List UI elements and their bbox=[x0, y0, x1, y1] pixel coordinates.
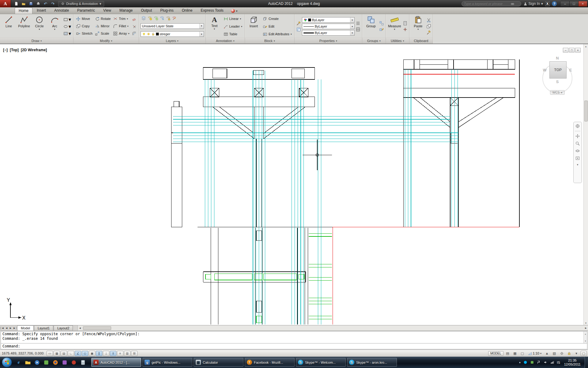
linear-dimension-button[interactable]: Linear▾ bbox=[223, 15, 243, 22]
redo-button[interactable]: ↷ bbox=[50, 1, 56, 7]
workspace-gear-icon[interactable] bbox=[559, 351, 565, 356]
insert-block-button[interactable]: Insert bbox=[247, 15, 261, 38]
layer-properties-icon[interactable] bbox=[141, 16, 146, 21]
tab-output[interactable]: Output bbox=[137, 7, 156, 14]
first-tab-button[interactable]: ◀ bbox=[1, 327, 5, 329]
last-tab-button[interactable]: ▶ bbox=[13, 327, 17, 329]
panel-label-groups[interactable]: Groups▾ bbox=[362, 38, 386, 44]
sun-icon[interactable] bbox=[147, 32, 150, 36]
layer-off-icon[interactable] bbox=[147, 16, 152, 21]
fillet-button[interactable]: Fillet▾ bbox=[112, 23, 130, 29]
linetype-dropdown[interactable]: ByLayer ▾ bbox=[302, 24, 355, 29]
command-scrollbar[interactable]: ▲ ▼ bbox=[583, 332, 587, 343]
quick-launch-icon[interactable] bbox=[42, 358, 50, 366]
scroll-up-icon[interactable]: ▲ bbox=[585, 44, 587, 48]
viewport-style-control[interactable]: [2D Wireframe] bbox=[21, 48, 47, 52]
drawing-quickview-icon[interactable]: ▦ bbox=[512, 351, 518, 356]
match-props-icon[interactable] bbox=[426, 30, 431, 35]
panel-label-modify[interactable]: Modify▾ bbox=[74, 38, 139, 44]
clean-screen-button[interactable]: ▢ bbox=[581, 351, 587, 356]
show-motion-icon[interactable] bbox=[575, 156, 580, 161]
autoscale-icon[interactable]: ▧ bbox=[551, 351, 557, 356]
workspace-switcher[interactable]: Drafting & Annotation ▾ bbox=[58, 1, 104, 7]
panel-label-layers[interactable]: Layers▾ bbox=[139, 38, 205, 44]
command-line-window[interactable]: Command: Specify opposite corner or [Fen… bbox=[0, 331, 588, 350]
transparency-toggle[interactable]: ▥ bbox=[124, 351, 130, 356]
plot-button[interactable] bbox=[35, 1, 41, 7]
copy-button[interactable]: Copy bbox=[75, 23, 93, 29]
quick-launch-icon[interactable] bbox=[70, 358, 78, 366]
show-desktop-button[interactable] bbox=[585, 357, 588, 368]
next-tab-button[interactable]: ▶ bbox=[9, 327, 13, 329]
close-button[interactable]: × bbox=[579, 1, 587, 7]
infer-constraints-toggle[interactable]: ▭ bbox=[47, 351, 53, 356]
layer-color-swatch[interactable] bbox=[156, 33, 159, 36]
scroll-left-icon[interactable]: ◀ bbox=[78, 327, 82, 329]
layer-isolate-icon[interactable] bbox=[153, 16, 158, 21]
dynamic-ucs-toggle[interactable]: ⊥ bbox=[103, 351, 109, 356]
layer-dropdown[interactable]: streger ▾ bbox=[141, 31, 204, 37]
undo-button[interactable]: ↶ bbox=[42, 1, 49, 7]
lightbulb-icon[interactable] bbox=[142, 32, 146, 36]
panel-label-annotation[interactable]: Annotation▾ bbox=[206, 38, 245, 44]
polyline-button[interactable]: Polyline bbox=[17, 15, 31, 38]
create-block-button[interactable]: Create bbox=[262, 15, 293, 22]
annotation-scale-button[interactable]: 1:10 ▾ bbox=[527, 351, 543, 355]
viewport-view-control[interactable]: [Top] bbox=[10, 48, 19, 52]
group-button[interactable]: Group bbox=[364, 15, 378, 38]
drawing-viewport[interactable]: Y X [−] [Top] [2D Wireframe] – □ × N W T… bbox=[0, 44, 588, 325]
tab-annotate[interactable]: Annotate bbox=[50, 7, 73, 14]
viewcube-east[interactable]: E bbox=[569, 68, 572, 72]
cad-drawing[interactable]: Y X bbox=[0, 44, 583, 325]
tab-home[interactable]: Home bbox=[15, 7, 32, 14]
cut-icon[interactable] bbox=[426, 18, 431, 23]
id-point-icon[interactable] bbox=[403, 27, 408, 32]
layer-freeze-icon[interactable] bbox=[160, 16, 164, 21]
erase-button[interactable] bbox=[131, 16, 137, 22]
arc-button[interactable]: Arc ▾ bbox=[47, 15, 62, 38]
exchange-apps-icon[interactable]: X bbox=[545, 2, 550, 6]
windows-explorer-icon[interactable] bbox=[24, 358, 32, 366]
minimize-button[interactable]: – bbox=[561, 1, 570, 7]
help-button[interactable]: ? bbox=[552, 1, 557, 6]
mirror-button[interactable]: Mirror bbox=[94, 23, 111, 29]
tab-insert[interactable]: Insert bbox=[33, 7, 50, 14]
ortho-mode-toggle[interactable]: ∟ bbox=[68, 351, 74, 356]
tab-model[interactable]: Model bbox=[17, 325, 34, 331]
rotate-button[interactable]: Rotate bbox=[94, 15, 111, 22]
action-center-icon[interactable] bbox=[537, 360, 541, 365]
network-icon[interactable] bbox=[550, 360, 555, 365]
plot-style-icon[interactable] bbox=[356, 27, 360, 32]
doc-close-button[interactable]: × bbox=[575, 48, 581, 52]
binoculars-search-icon[interactable] bbox=[511, 2, 514, 6]
copy-clip-icon[interactable] bbox=[426, 24, 431, 29]
calculator-launch-icon[interactable] bbox=[79, 358, 87, 366]
circle-button[interactable]: Circle ▾ bbox=[32, 15, 47, 38]
steering-wheel-icon[interactable] bbox=[575, 124, 580, 128]
panel-label-clipboard[interactable]: Clipboard bbox=[409, 38, 433, 44]
3d-object-snap-toggle[interactable]: ▣ bbox=[89, 351, 95, 356]
taskbar-button-calculator[interactable]: ▦ Calculator bbox=[194, 358, 243, 367]
stretch-button[interactable]: Stretch bbox=[75, 30, 93, 37]
viewcube-north[interactable]: N bbox=[538, 56, 576, 60]
quick-properties-toggle[interactable]: ⊞ bbox=[131, 351, 138, 356]
save-button[interactable] bbox=[28, 1, 34, 7]
restore-button[interactable]: □ bbox=[570, 1, 579, 7]
tab-layout1[interactable]: Layout1 bbox=[34, 325, 53, 331]
search-input[interactable] bbox=[464, 2, 509, 6]
firefox-icon[interactable] bbox=[51, 358, 59, 366]
edit-block-button[interactable]: Edit bbox=[262, 23, 293, 30]
object-snap-toggle[interactable]: ◇ bbox=[82, 351, 88, 356]
navbar-dropdown-icon[interactable]: ▾ bbox=[577, 163, 579, 166]
language-indicator[interactable]: IS bbox=[557, 361, 560, 364]
skype-tray-icon[interactable] bbox=[523, 360, 528, 365]
tab-view[interactable]: View bbox=[99, 7, 115, 14]
quickview-drawings-icon[interactable]: ▢ bbox=[519, 351, 526, 356]
vertical-scrollbar[interactable]: ▲ ▼ bbox=[583, 44, 588, 325]
annotation-visibility-icon[interactable]: ▲ bbox=[544, 351, 550, 356]
horizontal-scrollbar[interactable]: ◀ ▶ bbox=[77, 325, 588, 331]
quick-calculator-icon[interactable] bbox=[403, 21, 408, 26]
pan-icon[interactable] bbox=[575, 134, 580, 139]
paste-button[interactable]: Paste ▾ bbox=[411, 15, 425, 38]
doc-restore-button[interactable]: □ bbox=[569, 48, 575, 52]
